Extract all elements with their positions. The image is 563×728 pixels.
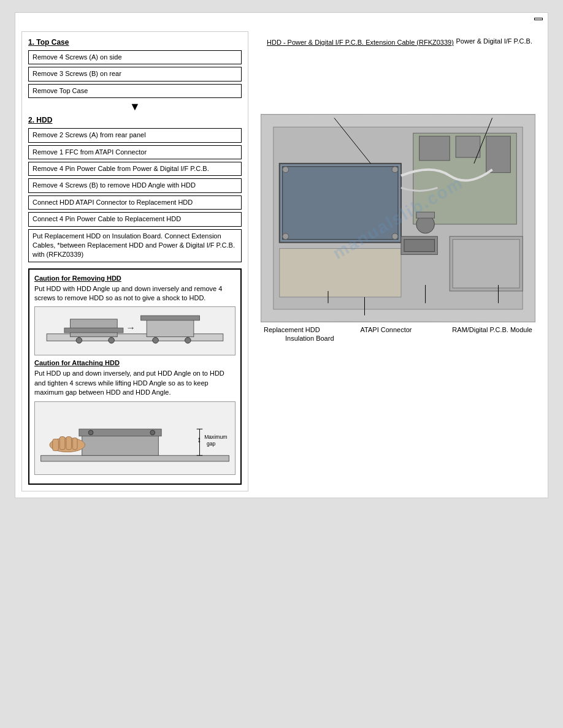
photo-area: manualslib.com xyxy=(261,114,535,322)
svg-rect-38 xyxy=(416,212,435,218)
svg-rect-16 xyxy=(53,439,59,451)
step-1-3: Remove Top Case xyxy=(28,84,242,98)
caution2-diagram: Maximum gap ↕ xyxy=(34,401,236,475)
svg-rect-17 xyxy=(59,437,65,450)
svg-rect-11 xyxy=(82,435,159,456)
caution2-text: Put HDD up and down inversely, and put H… xyxy=(34,369,236,397)
step-2-1: Remove 2 Screws (A) from rear panel xyxy=(28,128,242,142)
svg-point-42 xyxy=(392,167,398,173)
svg-rect-5 xyxy=(147,319,194,337)
caution1-svg: → xyxy=(35,307,235,355)
bottom-labels-row1: Replacement HDD ATAPI Connector RAM/Digi… xyxy=(261,326,535,333)
caution1-title: Caution for Removing HDD xyxy=(34,275,236,282)
left-panel: 1. Top Case Remove 4 Screws (A) on side … xyxy=(21,31,248,491)
step-1-2: Remove 3 Screws (B) on rear xyxy=(28,67,242,81)
svg-point-41 xyxy=(283,167,289,173)
top-labels: HDD - Power & Digital I/F P.C.B. Extensi… xyxy=(261,37,535,77)
label-ram-digital: RAM/Digital P.C.B. Module xyxy=(452,326,532,333)
step-2-2: Remove 1 FFC from ATAPI Connector xyxy=(28,145,242,159)
photo-placeholder: manualslib.com xyxy=(261,115,535,322)
step-2-5: Connect HDD ATAPI Connector to Replaceme… xyxy=(28,195,242,210)
svg-point-14 xyxy=(150,430,155,435)
step-2-7: Put Replacement HDD on Insulation Board.… xyxy=(28,229,242,262)
svg-rect-6 xyxy=(141,316,200,321)
svg-rect-30 xyxy=(456,136,480,157)
svg-point-3 xyxy=(76,338,82,344)
svg-rect-2 xyxy=(64,328,123,333)
svg-rect-35 xyxy=(453,240,519,288)
bottom-labels-row2: Insulation Board xyxy=(261,335,535,342)
step-2-4: Remove 4 Screws (B) to remove HDD Angle … xyxy=(28,178,242,192)
svg-rect-18 xyxy=(66,437,72,450)
svg-rect-31 xyxy=(486,136,511,172)
svg-point-7 xyxy=(153,338,159,344)
label-replacement-hdd: Replacement HDD xyxy=(264,326,320,333)
label-hdd-cable: HDD - Power & Digital I/F P.C.B. Extensi… xyxy=(267,37,454,48)
step-1-1: Remove 4 Screws (A) on side xyxy=(28,50,242,64)
svg-text:gap: gap xyxy=(207,441,216,447)
svg-point-43 xyxy=(283,233,289,240)
svg-rect-40 xyxy=(404,240,435,252)
right-panel: HDD - Power & Digital I/F P.C.B. Extensi… xyxy=(248,31,542,491)
caution-box: Caution for Removing HDD Put HDD with HD… xyxy=(28,268,242,485)
svg-rect-36 xyxy=(280,249,401,297)
svg-point-13 xyxy=(88,430,93,435)
label-power-digital: Power & Digital I/F P.C.B. xyxy=(456,37,532,45)
caution2-title: Caution for Attaching HDD xyxy=(34,359,236,366)
arrow-down-1: ▼ xyxy=(28,100,242,113)
svg-rect-33 xyxy=(283,167,398,240)
svg-point-8 xyxy=(185,338,191,344)
svg-rect-19 xyxy=(72,438,77,450)
caution1-text: Put HDD with HDD Angle up and down inver… xyxy=(34,284,236,303)
svg-text:Maximum: Maximum xyxy=(204,434,227,441)
step-2-3: Remove 4 Pin Power Cable from Power & Di… xyxy=(28,162,242,176)
page: 1. Top Case Remove 4 Screws (A) on side … xyxy=(15,12,548,498)
svg-rect-10 xyxy=(41,455,229,461)
svg-text:↕: ↕ xyxy=(197,435,202,444)
caution2-svg: Maximum gap ↕ xyxy=(35,403,235,473)
svg-rect-29 xyxy=(419,136,450,161)
caution1-diagram: → xyxy=(34,306,236,355)
section1-title: 1. Top Case xyxy=(28,38,242,47)
svg-point-44 xyxy=(392,233,398,240)
step-2-6: Connect 4 Pin Power Cable to Replacement… xyxy=(28,212,242,226)
label-insulation: Insulation Board xyxy=(285,335,535,342)
svg-point-4 xyxy=(109,338,115,344)
label-atapi: ATAPI Connector xyxy=(361,326,412,333)
page-number xyxy=(534,18,543,20)
content-area: 1. Top Case Remove 4 Screws (A) on side … xyxy=(21,31,542,491)
section2-title: 2. HDD xyxy=(28,116,242,124)
svg-text:→: → xyxy=(126,322,136,333)
photo-svg xyxy=(261,115,535,322)
